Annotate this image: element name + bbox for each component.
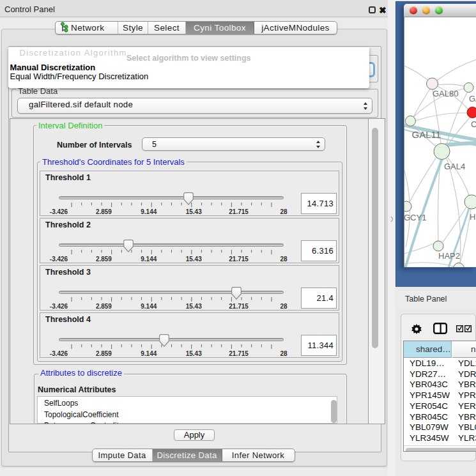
svg-text:GAL11: GAL11 (412, 129, 441, 140)
svg-text:C: C (471, 119, 476, 129)
svg-text:GAL80: GAL80 (433, 89, 458, 98)
svg-text:GAL4: GAL4 (444, 162, 465, 171)
svg-text:H: H (470, 212, 475, 222)
svg-text:GCY1: GCY1 (404, 213, 426, 222)
svg-text:GA: GA (469, 94, 476, 104)
svg-text:HAP2: HAP2 (438, 251, 460, 261)
